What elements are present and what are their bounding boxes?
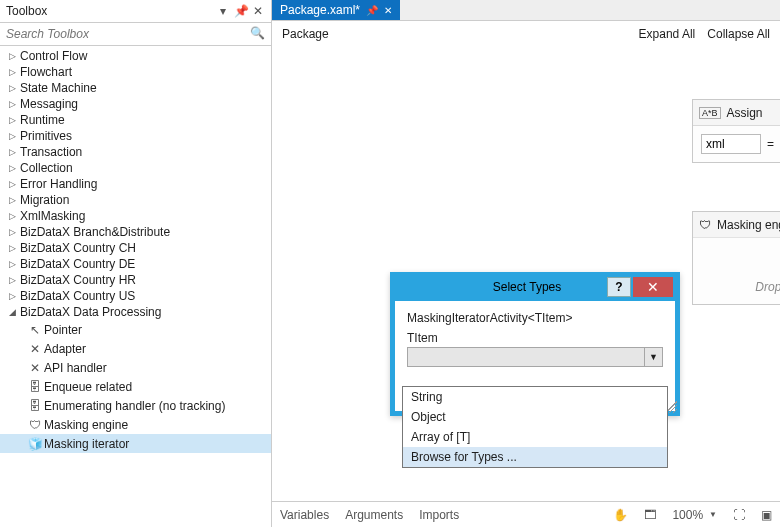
minimap-icon[interactable]: 🗔 (644, 508, 656, 522)
imports-button[interactable]: Imports (419, 508, 459, 522)
category-label: Runtime (18, 113, 65, 127)
category-label: BizDataX Data Processing (18, 305, 161, 319)
tree-category[interactable]: ▷Runtime (0, 112, 271, 128)
caret-icon: ▷ (6, 115, 18, 125)
dialog-titlebar[interactable]: Select Types ? ✕ (391, 273, 679, 301)
tree-category[interactable]: ▷BizDataX Branch&Distribute (0, 224, 271, 240)
fit-to-screen-icon[interactable]: ⛶ (733, 508, 745, 522)
variables-button[interactable]: Variables (280, 508, 329, 522)
item-label: Masking engine (44, 418, 128, 432)
caret-icon: ▷ (6, 99, 18, 109)
designer-status-bar: Variables Arguments Imports ✋ 🗔 100% ▼ ⛶… (272, 501, 780, 527)
collapse-all-button[interactable]: Collapse All (707, 27, 770, 41)
chevron-down-icon[interactable]: ▼ (644, 348, 662, 366)
assign-icon: A*B (699, 107, 721, 119)
caret-icon: ▷ (6, 51, 18, 61)
close-icon[interactable]: ✕ (251, 4, 265, 18)
pan-icon[interactable]: ✋ (613, 508, 628, 522)
item-label: API handler (44, 361, 107, 375)
category-label: Flowchart (18, 65, 72, 79)
toolbox-header: Toolbox ▾ 📌 ✕ (0, 0, 271, 23)
expand-all-button[interactable]: Expand All (639, 27, 696, 41)
tree-category[interactable]: ▷Transaction (0, 144, 271, 160)
category-label: BizDataX Country CH (18, 241, 136, 255)
drop-arrow-icon: ▽ (701, 256, 780, 270)
assign-title: Assign (727, 106, 763, 120)
tree-item-api[interactable]: ✕API handler (0, 358, 271, 377)
tree-item-iterator[interactable]: 🧊Masking iterator (0, 434, 271, 453)
masking-header[interactable]: 🛡 Masking engine ⚠ ︽ (693, 212, 780, 238)
tree-category[interactable]: ▷Messaging (0, 96, 271, 112)
type-combobox[interactable]: ▼ (407, 347, 663, 367)
engine-icon: 🛡 (26, 418, 44, 432)
tree-category[interactable]: ▷Primitives (0, 128, 271, 144)
breadcrumb[interactable]: Package (282, 27, 627, 41)
toolbox-menu-icon[interactable]: ▾ (216, 4, 230, 18)
dropdown-option[interactable]: Browse for Types ... (403, 447, 667, 467)
category-label: Transaction (18, 145, 82, 159)
tab-close-icon[interactable]: ✕ (384, 5, 392, 16)
caret-icon: ▷ (6, 259, 18, 269)
dropdown-option[interactable]: String (403, 387, 667, 407)
dropdown-option[interactable]: Array of [T] (403, 427, 667, 447)
tab-package[interactable]: Package.xaml* 📌 ✕ (272, 0, 400, 20)
assign-header[interactable]: A*B Assign ︽ (693, 100, 780, 126)
tree-item-engine[interactable]: 🛡Masking engine (0, 415, 271, 434)
caret-icon: ◢ (6, 307, 18, 317)
caret-icon: ▷ (6, 131, 18, 141)
caret-icon: ▷ (6, 83, 18, 93)
dialog-close-button[interactable]: ✕ (633, 277, 673, 297)
search-icon[interactable]: 🔍 (250, 26, 265, 40)
caret-icon: ▷ (6, 243, 18, 253)
dialog-title: Select Types (397, 280, 607, 294)
tree-category[interactable]: ▷XmlMasking (0, 208, 271, 224)
zoom-value: 100% (672, 508, 703, 522)
tree-category[interactable]: ◢BizDataX Data Processing (0, 304, 271, 320)
tree-category[interactable]: ▷Collection (0, 160, 271, 176)
tree-item-enqueue[interactable]: 🗄Enqueue related (0, 377, 271, 396)
caret-icon: ▷ (6, 227, 18, 237)
tree-category[interactable]: ▷Error Handling (0, 176, 271, 192)
assign-activity[interactable]: A*B Assign ︽ = (692, 99, 780, 163)
tree-category[interactable]: ▷BizDataX Country DE (0, 256, 271, 272)
masking-engine-activity[interactable]: 🛡 Masking engine ⚠ ︽ ▽ Drop activity her… (692, 211, 780, 305)
category-label: BizDataX Branch&Distribute (18, 225, 170, 239)
tree-category[interactable]: ▷State Machine (0, 80, 271, 96)
zoom-control[interactable]: 100% ▼ (672, 508, 717, 522)
search-input[interactable] (0, 23, 271, 45)
item-label: Masking iterator (44, 437, 129, 451)
toolbox-search: 🔍 (0, 23, 271, 46)
category-label: BizDataX Country HR (18, 273, 136, 287)
toolbox-tree[interactable]: ▷Control Flow▷Flowchart▷State Machine▷Me… (0, 46, 271, 527)
chevron-down-icon[interactable]: ▼ (709, 510, 717, 519)
help-button[interactable]: ? (607, 277, 631, 297)
type-dropdown-list[interactable]: StringObjectArray of [T]Browse for Types… (402, 386, 668, 468)
tree-item-enum[interactable]: 🗄Enumerating handler (no tracking) (0, 396, 271, 415)
tab-strip: Package.xaml* 📌 ✕ (272, 0, 780, 21)
tree-category[interactable]: ▷Migration (0, 192, 271, 208)
caret-icon: ▷ (6, 179, 18, 189)
tree-category[interactable]: ▷BizDataX Country HR (0, 272, 271, 288)
equals-label: = (767, 137, 774, 151)
assign-target-input[interactable] (701, 134, 761, 154)
tree-category[interactable]: ▷Control Flow (0, 48, 271, 64)
pointer-icon: ↖ (26, 323, 44, 337)
caret-icon: ▷ (6, 211, 18, 221)
drop-hint: Drop activity here (701, 280, 780, 294)
tree-item-pointer[interactable]: ↖Pointer (0, 320, 271, 339)
caret-icon: ▷ (6, 147, 18, 157)
category-label: BizDataX Country US (18, 289, 135, 303)
tab-pin-icon[interactable]: 📌 (366, 5, 378, 16)
tree-category[interactable]: ▷BizDataX Country CH (0, 240, 271, 256)
caret-icon: ▷ (6, 275, 18, 285)
masking-body[interactable]: ▽ Drop activity here (693, 238, 780, 304)
tree-category[interactable]: ▷BizDataX Country US (0, 288, 271, 304)
overview-icon[interactable]: ▣ (761, 508, 772, 522)
pin-icon[interactable]: 📌 (234, 4, 248, 18)
tree-item-adapter[interactable]: ✕Adapter (0, 339, 271, 358)
category-label: Primitives (18, 129, 72, 143)
tree-category[interactable]: ▷Flowchart (0, 64, 271, 80)
param-label: TItem (407, 331, 663, 345)
arguments-button[interactable]: Arguments (345, 508, 403, 522)
dropdown-option[interactable]: Object (403, 407, 667, 427)
